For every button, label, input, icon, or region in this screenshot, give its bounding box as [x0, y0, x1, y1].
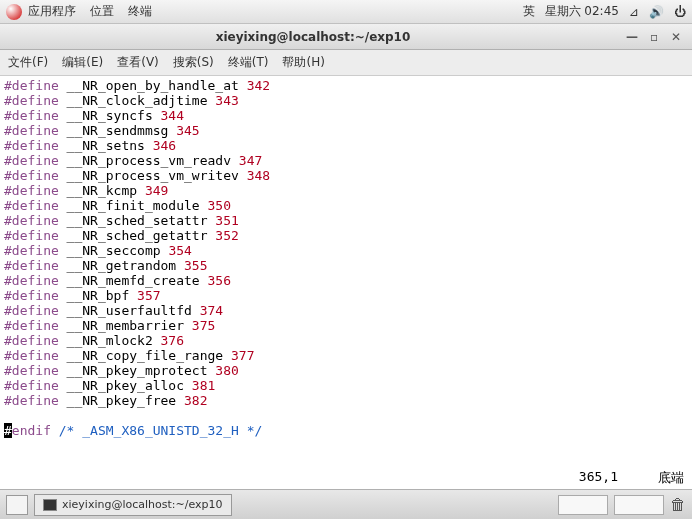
top-panel: 应用程序 位置 终端 英 星期六 02:45 ⊿ 🔊 ⏻	[0, 0, 692, 24]
notification-area[interactable]	[558, 495, 608, 515]
distro-logo-icon[interactable]	[6, 4, 22, 20]
maximize-button[interactable]: ▫	[646, 30, 662, 44]
minimize-button[interactable]: —	[624, 30, 640, 44]
taskbar-item-terminal[interactable]: xieyixing@localhost:~/exp10	[34, 494, 232, 516]
menu-terminal[interactable]: 终端	[128, 3, 152, 20]
tray-box-2[interactable]	[614, 495, 664, 515]
bottom-panel: xieyixing@localhost:~/exp10 🗑	[0, 489, 692, 519]
terminal-window: xieyixing@localhost:~/exp10 — ▫ ✕ 文件(F) …	[0, 24, 692, 489]
close-button[interactable]: ✕	[668, 30, 684, 44]
terminal-icon	[43, 499, 57, 511]
clock[interactable]: 星期六 02:45	[545, 3, 619, 20]
terminal-menubar: 文件(F) 编辑(E) 查看(V) 搜索(S) 终端(T) 帮助(H)	[0, 50, 692, 76]
vim-status-line: 365,1 底端	[0, 467, 692, 489]
window-titlebar[interactable]: xieyixing@localhost:~/exp10 — ▫ ✕	[0, 24, 692, 50]
volume-icon[interactable]: 🔊	[649, 5, 664, 19]
power-icon[interactable]: ⏻	[674, 5, 686, 19]
trash-icon[interactable]: 🗑	[670, 495, 686, 514]
window-title: xieyixing@localhost:~/exp10	[8, 30, 618, 44]
ime-indicator[interactable]: 英	[523, 3, 535, 20]
taskbar-item-label: xieyixing@localhost:~/exp10	[62, 498, 223, 511]
menu-edit[interactable]: 编辑(E)	[62, 54, 103, 71]
menu-file[interactable]: 文件(F)	[8, 54, 48, 71]
menu-applications[interactable]: 应用程序	[28, 3, 76, 20]
menu-search[interactable]: 搜索(S)	[173, 54, 214, 71]
menu-view[interactable]: 查看(V)	[117, 54, 159, 71]
menu-terminal-sub[interactable]: 终端(T)	[228, 54, 269, 71]
network-icon[interactable]: ⊿	[629, 5, 639, 19]
workspace-switcher[interactable]	[6, 495, 28, 515]
cursor-position: 365,1	[579, 469, 618, 487]
menu-help[interactable]: 帮助(H)	[282, 54, 324, 71]
menu-places[interactable]: 位置	[90, 3, 114, 20]
system-tray: 英 星期六 02:45 ⊿ 🔊 ⏻	[523, 3, 686, 20]
scroll-position: 底端	[658, 469, 684, 487]
editor-area[interactable]: #define __NR_open_by_handle_at 342 #defi…	[0, 76, 692, 467]
